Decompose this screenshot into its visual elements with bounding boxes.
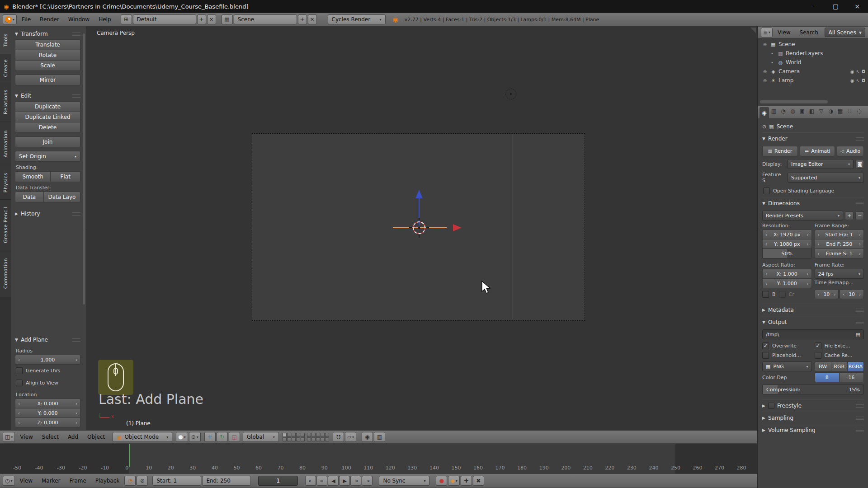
expander-icon[interactable]: • xyxy=(769,60,775,65)
location-x-field[interactable]: ‹X: 0.000› xyxy=(15,399,80,408)
expander-icon[interactable]: • xyxy=(769,51,775,56)
delete-button[interactable]: Delete xyxy=(15,122,80,133)
layer-toggle[interactable] xyxy=(311,433,316,437)
lamp-object[interactable] xyxy=(505,89,516,99)
scene-select[interactable]: Scene xyxy=(234,14,297,24)
increment-icon[interactable]: › xyxy=(75,420,78,425)
keying-set-select[interactable]: ◆▾ xyxy=(448,476,459,486)
menu-view[interactable]: View xyxy=(774,28,794,38)
color-mode-bw[interactable]: BW xyxy=(815,361,831,371)
frame-rate-select[interactable]: 24 fps▾ xyxy=(815,269,864,279)
next-keyframe-button[interactable]: ↠ xyxy=(350,476,361,486)
expander-icon[interactable]: ⊕ xyxy=(762,78,768,83)
decrement-icon[interactable]: ‹ xyxy=(17,420,21,425)
menu-playback[interactable]: Playback xyxy=(91,476,124,486)
outliner-row[interactable]: ⊖▦Scene xyxy=(758,40,868,49)
increment-icon[interactable]: › xyxy=(858,251,862,256)
prev-keyframe-button[interactable]: ↞ xyxy=(316,476,327,486)
editor-type-button[interactable]: ≣▾ xyxy=(761,28,773,38)
color-depth-8[interactable]: 8 xyxy=(815,372,840,382)
visibility-eye-icon[interactable]: ◉ xyxy=(850,78,854,83)
aspect-y-field[interactable]: ‹Y: 1.000› xyxy=(762,278,812,288)
tab-physics[interactable]: ◌ xyxy=(854,105,864,117)
layer-toggle[interactable] xyxy=(292,433,296,437)
layer-toggle[interactable] xyxy=(321,433,325,437)
menu-search[interactable]: Search xyxy=(796,28,822,38)
start-frame-field[interactable]: ‹Start Fra: 1› xyxy=(815,230,864,239)
tab-data[interactable]: ▽ xyxy=(816,105,826,117)
aspect-x-field[interactable]: ‹X: 1.000› xyxy=(762,269,812,279)
menu-file[interactable]: File xyxy=(18,14,35,24)
compression-slider[interactable]: Compression:15% xyxy=(762,385,864,394)
selectable-pointer-icon[interactable]: ↖ xyxy=(856,78,860,83)
add-layout-button[interactable]: + xyxy=(197,14,206,24)
render-engine-select[interactable]: Cycles Render▾ xyxy=(328,14,386,24)
color-mode-rgb[interactable]: RGB xyxy=(831,361,848,371)
radius-field[interactable]: ‹1.000› xyxy=(15,355,80,365)
auto-keyframe-record-button[interactable]: ● xyxy=(436,476,447,486)
play-reverse-button[interactable]: ◀ xyxy=(328,476,339,486)
increment-icon[interactable]: › xyxy=(75,401,78,406)
use-preview-range-toggle[interactable]: ◔ xyxy=(124,476,136,486)
layer-toggle[interactable] xyxy=(301,437,305,441)
tab-render-layers[interactable]: ▥ xyxy=(769,105,778,117)
toolshelf-tab-relations[interactable]: Relations xyxy=(0,82,11,122)
selectable-pointer-icon[interactable]: ↖ xyxy=(856,69,860,74)
editor-type-button[interactable]: ◫▾ xyxy=(3,432,15,442)
file-extensions-checkbox[interactable]: ✓ xyxy=(815,343,821,349)
maximize-button[interactable]: ▢ xyxy=(825,0,846,13)
renderable-camera-icon[interactable]: ◘ xyxy=(862,78,865,83)
layer-toggle[interactable] xyxy=(316,437,320,441)
add-preset-button[interactable]: + xyxy=(845,211,854,220)
decrement-icon[interactable]: ‹ xyxy=(17,357,21,362)
renderable-camera-icon[interactable]: ◘ xyxy=(862,69,865,74)
mirror-button[interactable]: Mirror xyxy=(15,75,80,85)
x-axis-arrow[interactable] xyxy=(453,224,462,231)
flat-button[interactable]: Flat xyxy=(51,171,80,182)
visibility-eye-icon[interactable]: ◉ xyxy=(850,69,854,74)
editor-type-button[interactable]: ◷▾ xyxy=(3,476,15,486)
tab-object[interactable]: ▣ xyxy=(797,105,807,117)
resolution-y-field[interactable]: ‹Y: 1080 px› xyxy=(762,239,812,249)
jump-to-start-button[interactable]: ⇤ xyxy=(305,476,316,486)
sampling-panel-header[interactable]: ▶Sampling xyxy=(762,412,864,424)
add-scene-button[interactable]: + xyxy=(298,14,307,24)
scale-button[interactable]: Scale xyxy=(15,60,80,71)
smooth-button[interactable]: Smooth xyxy=(15,171,51,182)
decrement-icon[interactable]: ‹ xyxy=(17,401,21,406)
render-presets-select[interactable]: Render Presets▾ xyxy=(762,211,843,221)
sync-mode-select[interactable]: No Sync▾ xyxy=(379,476,429,486)
expander-icon[interactable]: ⊕ xyxy=(762,69,768,74)
resolution-x-field[interactable]: ‹X: 1920 px› xyxy=(762,230,812,239)
toolshelf-tab-animation[interactable]: Animation xyxy=(0,122,11,166)
delete-layout-button[interactable]: × xyxy=(207,14,216,24)
placeholders-checkbox[interactable] xyxy=(762,352,769,359)
render-animation-button[interactable]: ▬Animati xyxy=(800,146,835,156)
metadata-panel-header[interactable]: ▶Metadata xyxy=(762,304,864,316)
remove-preset-button[interactable]: − xyxy=(855,211,864,220)
blender-menu-button[interactable]: ▾ xyxy=(3,14,17,24)
tab-render[interactable]: ◉ xyxy=(760,107,769,119)
decrement-icon[interactable]: ‹ xyxy=(764,232,768,237)
output-panel-header[interactable]: ▼Output xyxy=(762,316,864,328)
outliner-scrollbar[interactable] xyxy=(760,100,828,103)
data-button[interactable]: Data xyxy=(15,192,44,202)
viewport-canvas[interactable]: Camera Persp Last: Add Plane x (1) Plane xyxy=(86,26,757,430)
end-frame-field[interactable]: ‹End F: 250› xyxy=(815,239,864,249)
output-path-field[interactable]: /tmp\▤ xyxy=(762,329,864,339)
menu-add[interactable]: Add xyxy=(64,432,82,442)
layer-toggle[interactable] xyxy=(316,433,320,437)
layer-toggle[interactable] xyxy=(325,437,329,441)
outliner-row[interactable]: ⊕☀Lamp◉↖◘ xyxy=(758,76,868,85)
set-origin-menu[interactable]: Set Origin▾ xyxy=(15,151,80,162)
remap-old-field[interactable]: ‹10› xyxy=(815,289,839,299)
lock-interface-toggle[interactable]: ◙ xyxy=(855,160,864,169)
jump-to-end-button[interactable]: ⇥ xyxy=(362,476,373,486)
opengl-render-button[interactable]: ◉ xyxy=(362,432,373,442)
outliner-row[interactable]: •▥RenderLayers xyxy=(758,49,868,58)
scene-browse-icon[interactable]: ▦ xyxy=(222,14,233,24)
decrement-icon[interactable]: ‹ xyxy=(842,292,845,297)
layer-toggle[interactable] xyxy=(321,437,325,441)
layer-toggle[interactable] xyxy=(301,433,305,437)
end-frame-field[interactable]: End: 250 xyxy=(202,476,251,486)
